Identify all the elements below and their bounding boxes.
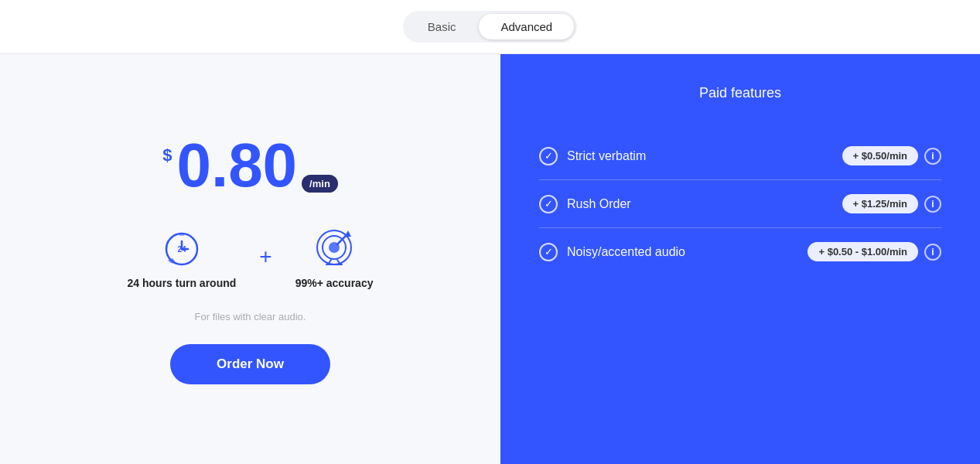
feature-row-rush-order: ✓ Rush Order + $1.25/min i bbox=[539, 180, 941, 228]
info-icon-noisy[interactable]: i bbox=[924, 244, 941, 261]
target-icon bbox=[311, 224, 357, 271]
price-number: 0.80 bbox=[176, 135, 297, 196]
clock-icon: 24 bbox=[159, 224, 205, 271]
svg-marker-9 bbox=[345, 230, 351, 237]
feature-left: ✓ Strict verbatim bbox=[539, 147, 646, 165]
plus-symbol: + bbox=[259, 244, 271, 269]
currency-symbol: $ bbox=[162, 145, 172, 165]
main-content: $ 0.80 /min 24 bbox=[0, 54, 980, 464]
feature-row-noisy-audio: ✓ Noisy/accented audio + $0.50 - $1.00/m… bbox=[539, 228, 941, 275]
feature-right-rush: + $1.25/min i bbox=[842, 194, 941, 213]
per-min-badge: /min bbox=[302, 175, 338, 193]
check-icon-noisy: ✓ bbox=[539, 243, 558, 261]
price-block: $ 0.80 /min bbox=[162, 135, 338, 196]
tab-advanced[interactable]: Advanced bbox=[479, 14, 574, 39]
paid-features-list: ✓ Strict verbatim + $0.50/min i ✓ Rush O… bbox=[539, 132, 941, 275]
order-now-button[interactable]: Order Now bbox=[170, 344, 330, 384]
feature-accuracy: 99%+ accuracy bbox=[295, 224, 374, 289]
feature-left-noisy: ✓ Noisy/accented audio bbox=[539, 243, 685, 261]
price-pill-rush: + $1.25/min bbox=[842, 194, 918, 213]
check-icon-strict: ✓ bbox=[539, 147, 558, 165]
top-bar: Basic Advanced bbox=[0, 0, 980, 54]
turnaround-label: 24 hours turn around bbox=[128, 277, 237, 289]
feature-name-strict: Strict verbatim bbox=[567, 149, 646, 163]
price-pill-strict: + $0.50/min bbox=[842, 146, 918, 165]
left-panel: $ 0.80 /min 24 bbox=[0, 54, 500, 464]
feature-row-strict-verbatim: ✓ Strict verbatim + $0.50/min i bbox=[539, 132, 941, 180]
feature-left-rush: ✓ Rush Order bbox=[539, 195, 631, 213]
accuracy-label: 99%+ accuracy bbox=[295, 277, 374, 289]
features-row: 24 24 hours turn around + bbox=[128, 224, 374, 289]
feature-name-noisy: Noisy/accented audio bbox=[567, 245, 685, 259]
price-pill-noisy: + $0.50 - $1.00/min bbox=[808, 242, 918, 261]
tab-basic[interactable]: Basic bbox=[406, 14, 478, 39]
feature-turnaround: 24 24 hours turn around bbox=[128, 224, 237, 289]
feature-name-rush: Rush Order bbox=[567, 197, 631, 211]
check-icon-rush: ✓ bbox=[539, 195, 558, 213]
svg-text:24: 24 bbox=[177, 245, 186, 254]
info-icon-strict[interactable]: i bbox=[924, 148, 941, 165]
feature-right-strict: + $0.50/min i bbox=[842, 146, 941, 165]
feature-right-noisy: + $0.50 - $1.00/min i bbox=[808, 242, 941, 261]
paid-features-title: Paid features bbox=[699, 85, 781, 101]
subtitle-text: For files with clear audio. bbox=[195, 311, 306, 322]
info-icon-rush[interactable]: i bbox=[924, 196, 941, 213]
right-panel: Paid features ✓ Strict verbatim + $0.50/… bbox=[500, 54, 980, 464]
tab-switcher: Basic Advanced bbox=[403, 11, 577, 43]
